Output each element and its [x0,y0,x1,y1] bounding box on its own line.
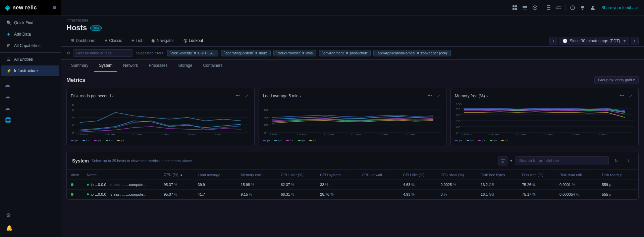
svg-text:1:00am: 1:00am [462,133,472,136]
row-1-memory-use: 15.98 % [237,180,277,190]
filter-chip-0[interactable]: `alertSeverity` = 'CRITICAL' [167,50,218,56]
filter-chip-4[interactable]: `apmApplicationNames` = 'zookeeper (cell… [373,50,450,56]
section-tab-containers[interactable]: Containers [198,60,227,72]
svg-text:1:15am: 1:15am [158,133,169,136]
section-tab-storage[interactable]: Storage [173,60,197,72]
sidebar-item-infrastructure[interactable]: ⚡ Infrastructure [1,65,59,76]
notifications-icon[interactable] [578,3,587,12]
sidebar-item-cloud-3[interactable]: ☁ [5,103,56,113]
row-2-cpu-user: 66.31 % [277,190,316,199]
chart-more-btn-3[interactable]: ••• [618,92,626,100]
tab-dashboard[interactable]: ⊞ Dashboard [66,35,100,46]
chart-disk-reads-title[interactable]: Disk reads per second ▾ [71,94,114,98]
table-row: ip-...0.0.0-...s-east-...-...compute... … [67,180,638,190]
col-load-avg[interactable]: Load average... [194,170,237,180]
share-feedback-link[interactable]: Share your feedback [601,5,639,10]
chart-expand-btn-2[interactable]: ⤢ [435,92,442,100]
col-disk-free-bytes[interactable]: Disk free bytes [477,170,518,180]
metrics-header: Metrics Group by: entity.guid ▾ [66,76,639,84]
entities-icon: ☰ [6,57,11,62]
svg-rect-10 [547,7,550,8]
sidebar-item-all-capabilities[interactable]: ⊞ All Capabilities [1,40,59,51]
section-tab-summary[interactable]: Summary [66,60,93,72]
tab-list[interactable]: ≡ List [127,35,146,46]
col-cpu-system[interactable]: CPU system ... [316,170,358,180]
time-selector[interactable]: 🕐 Since 30 minutes ago (PDT) ▾ [559,37,629,45]
help-icon[interactable]: ? [568,3,577,12]
tab-lookout[interactable]: ◎ Lookout [179,35,207,46]
system-filter-btn[interactable] [498,156,507,165]
sidebar-item-cloud-2[interactable]: ☁ [5,91,56,102]
chart-more-btn-1[interactable]: ••• [234,92,241,100]
metrics-title: Metrics [66,77,85,83]
toolbar-icon-4[interactable] [544,3,553,12]
bell-icon: 🔔 [6,225,13,231]
col-disk-read-util[interactable]: Disk read utili... [555,170,598,180]
chart-expand-btn-3[interactable]: ⤢ [627,92,634,100]
chart-more-btn-2[interactable]: ••• [426,92,433,100]
filter-chip-1[interactable]: `operatingSystem` = 'linux' [221,50,270,56]
user-icon[interactable] [588,3,597,12]
row-1-disk-free-pct: 75.26 % [518,180,555,190]
row-2-name[interactable]: ip-...0.0.0-...s-east-...-...compute... [83,190,160,199]
svg-rect-4 [523,6,527,7]
system-subtitle: Select up to 25 hosts to view their metr… [92,159,192,163]
col-cpu-iowait[interactable]: CPU i/o wait ... [358,170,399,180]
status-dot-1 [71,183,73,186]
svg-text:1:05am: 1:05am [297,133,307,136]
chart-expand-btn-1[interactable]: ⤢ [243,92,250,100]
logo-text: new relic [12,5,37,11]
chart-disk-reads-header: Disk reads per second ▾ ••• ⤢ [71,92,250,100]
table-row: ip-...0.0.0-...s-east-...-...compute... … [67,190,638,199]
breadcrumb[interactable]: Infrastructure [66,18,639,22]
new-badge: New [90,26,102,31]
tab-classic[interactable]: ≡ Classic [101,35,126,46]
sidebar-item-cloud-1[interactable]: ☁ [5,80,56,90]
time-prev-btn[interactable]: ‹ [549,37,557,45]
col-cpu-user[interactable]: CPU user (%) [277,170,316,180]
sidebar-item-all-entities[interactable]: ☰ All Entities [1,54,59,65]
sidebar-item-notifications[interactable]: 🔔 [1,222,59,234]
row-2-cpu-pct: 95.07 % [160,190,194,199]
col-cpu-idle[interactable]: CPU idle (%) [399,170,437,180]
system-export-btn[interactable]: ⤓ [624,156,633,165]
system-refresh-btn[interactable]: ↻ [611,156,621,165]
cloud-icons-area: ☁ ☁ ☁ 🌐 [0,77,61,128]
settings-icon: ⚙ [6,212,11,219]
section-tab-network[interactable]: Network [118,60,143,72]
system-search-input[interactable] [515,156,609,165]
time-next-btn[interactable]: › [631,37,639,45]
col-disk-reads-ps[interactable]: Disk reads p... [598,170,638,180]
toolbar-icon-1[interactable] [510,3,520,12]
col-name[interactable]: Name [83,170,160,180]
system-table-header: System Select up to 25 hosts to view the… [67,152,638,170]
toolbar-icon-5[interactable] [554,3,564,12]
col-cpu-pct[interactable]: CPU (%) ▴ [160,170,194,180]
svg-text:80: 80 [456,107,460,110]
sidebar-bottom: ⚙ 🔔 [0,206,61,237]
section-tab-system[interactable]: System [94,60,117,72]
filter-chip-2[interactable]: `cloudProvider` = 'aws' [273,50,317,56]
chart-memory-free-title[interactable]: Memory free (%) ▾ [455,94,488,98]
col-disk-free-pct[interactable]: Disk free (%) [518,170,555,180]
col-memory-use[interactable]: Memory use... [237,170,277,180]
col-cpu-steal[interactable]: CPU steal (%) [437,170,477,180]
toolbar-icon-3[interactable] [530,3,540,12]
filter-chip-3[interactable]: `environment` = 'production' [319,50,371,56]
toolbar-icon-2[interactable] [520,3,530,12]
tab-navigator[interactable]: ◉ Navigator [147,35,178,46]
row-1-name[interactable]: ip-...0.0.0-...s-east-...-...compute... [83,180,160,190]
svg-text:40: 40 [456,119,460,122]
svg-rect-12 [556,7,561,9]
sidebar-item-add-data[interactable]: + Add Data [1,29,59,40]
section-tab-processes[interactable]: Processes [144,60,172,72]
filter-input[interactable] [73,49,133,57]
sidebar-collapse-icon[interactable]: ≡ [53,5,56,11]
chart-load-average-title[interactable]: Load average 5 min ▾ [263,94,302,98]
sidebar-item-cloud-4[interactable]: 🌐 [5,115,56,125]
col-view[interactable]: View [67,170,83,180]
svg-text:20: 20 [264,123,268,126]
sidebar-item-settings[interactable]: ⚙ [1,209,59,221]
sidebar-item-quick-find[interactable]: 🔍 Quick Find [1,17,59,28]
group-by-selector[interactable]: Group by: entity.guid ▾ [594,76,639,84]
